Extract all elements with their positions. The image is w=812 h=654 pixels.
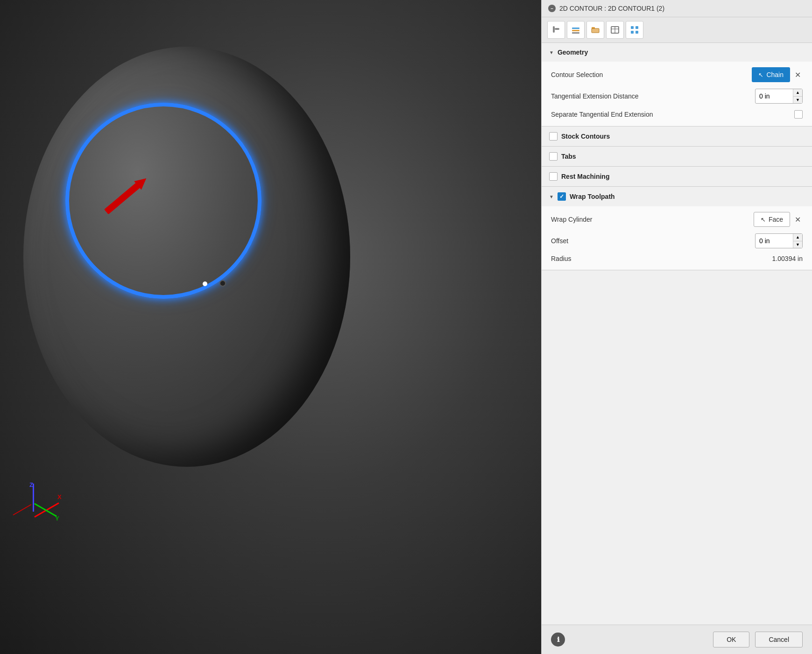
tangential-extension-input[interactable]: ▲ ▼ xyxy=(755,89,803,104)
svg-rect-12 xyxy=(635,26,638,29)
wrap-toolpath-checkbox[interactable]: ✓ xyxy=(558,192,566,201)
chain-cursor-icon: ↖ xyxy=(758,71,763,78)
panel-content: ▼ Geometry Contour Selection ↖ Chain ✕ xyxy=(542,43,812,625)
separate-tangential-label: Separate Tangential End Extension xyxy=(551,111,790,118)
contour-selection-controls: ↖ Chain ✕ xyxy=(752,67,803,82)
3d-viewport[interactable]: Z X Y xyxy=(0,0,541,654)
tangential-extension-row: Tangential Extension Distance ▲ ▼ xyxy=(551,89,803,104)
geometry-section-body: Contour Selection ↖ Chain ✕ Tangential E… xyxy=(542,62,812,126)
svg-rect-0 xyxy=(553,26,555,33)
svg-rect-11 xyxy=(631,26,634,29)
stock-contours-checkbox[interactable] xyxy=(549,132,558,141)
panel-header: – 2D CONTOUR : 2D CONTOUR1 (2) xyxy=(542,0,812,17)
contour-clear-button[interactable]: ✕ xyxy=(793,69,803,81)
offset-label: Offset xyxy=(551,237,750,245)
toolbar-btn-4[interactable] xyxy=(606,21,624,39)
offset-input[interactable]: ▲ ▼ xyxy=(755,233,803,248)
tangential-extension-label: Tangential Extension Distance xyxy=(551,92,750,100)
separate-tangential-checkbox[interactable] xyxy=(794,110,803,119)
tabs-label: Tabs xyxy=(561,153,576,160)
toolbar-btn-2[interactable] xyxy=(567,21,585,39)
panel-footer: ℹ OK Cancel xyxy=(542,625,812,654)
ok-button[interactable]: OK xyxy=(713,632,749,647)
rest-machining-label: Rest Machining xyxy=(561,173,609,180)
face-button[interactable]: ↖ Face xyxy=(754,212,790,227)
rest-machining-checkbox[interactable] xyxy=(549,172,558,181)
wrap-cylinder-label: Wrap Cylinder xyxy=(551,216,749,223)
ring-dot xyxy=(203,281,207,286)
toolbar-btn-5[interactable] xyxy=(626,21,643,39)
wrap-cylinder-row: Wrap Cylinder ↖ Face ✕ xyxy=(551,212,803,227)
geometry-triangle: ▼ xyxy=(549,50,554,55)
geometry-section: ▼ Geometry Contour Selection ↖ Chain ✕ xyxy=(542,43,812,127)
tangential-extension-spinners: ▲ ▼ xyxy=(793,89,802,103)
offset-up-btn[interactable]: ▲ xyxy=(793,234,802,241)
dark-dot xyxy=(219,280,226,287)
svg-rect-14 xyxy=(635,31,638,34)
y-axis-label: Y xyxy=(55,515,59,522)
wrap-toolpath-title: Wrap Toolpath xyxy=(570,193,615,200)
separate-tangential-row: Separate Tangential End Extension xyxy=(551,110,803,119)
offset-down-btn[interactable]: ▼ xyxy=(793,241,802,248)
toolbar-btn-3[interactable] xyxy=(586,21,604,39)
wrap-toolpath-check-icon: ✓ xyxy=(559,193,564,200)
x-neg-axis-line xyxy=(13,504,32,515)
radius-row: Radius 1.00394 in xyxy=(551,255,803,262)
face-button-label: Face xyxy=(769,216,783,223)
tabs-checkbox[interactable] xyxy=(549,152,558,161)
z-axis-label: Z xyxy=(29,481,33,488)
stock-contours-label: Stock Contours xyxy=(561,133,610,140)
radius-value: 1.00394 in xyxy=(772,255,803,262)
wrap-cylinder-clear-button[interactable]: ✕ xyxy=(793,213,803,226)
toolbar-btn-1[interactable] xyxy=(547,21,565,39)
toolbar xyxy=(542,17,812,43)
info-icon: ℹ xyxy=(557,636,559,643)
rest-machining-section[interactable]: Rest Machining xyxy=(542,167,812,187)
offset-spinners: ▲ ▼ xyxy=(793,234,802,248)
contour-selection-row: Contour Selection ↖ Chain ✕ xyxy=(551,67,803,82)
wrap-toolpath-section: ▼ ✓ Wrap Toolpath Wrap Cylinder ↖ Face ✕ xyxy=(542,187,812,270)
offset-row: Offset ▲ ▼ xyxy=(551,233,803,248)
svg-rect-3 xyxy=(572,30,579,31)
chain-button-label: Chain xyxy=(766,71,784,78)
svg-rect-2 xyxy=(572,28,579,29)
settings-panel: – 2D CONTOUR : 2D CONTOUR1 (2) xyxy=(541,0,812,654)
info-button[interactable]: ℹ xyxy=(551,633,565,647)
svg-rect-13 xyxy=(631,31,634,34)
x-axis-label: X xyxy=(57,493,62,500)
svg-rect-1 xyxy=(555,28,559,30)
selection-ring xyxy=(65,103,261,299)
axis-indicator: Z X Y xyxy=(9,481,65,537)
svg-rect-6 xyxy=(592,28,599,33)
radius-label: Radius xyxy=(551,255,768,262)
face-cursor-icon: ↖ xyxy=(761,216,766,223)
tangential-up-btn[interactable]: ▲ xyxy=(793,89,802,97)
wrap-cylinder-controls: ↖ Face ✕ xyxy=(754,212,803,227)
stock-contours-section[interactable]: Stock Contours xyxy=(542,127,812,147)
tangential-extension-field[interactable] xyxy=(756,92,793,100)
contour-selection-label: Contour Selection xyxy=(551,71,747,78)
svg-rect-4 xyxy=(572,32,579,34)
tabs-section[interactable]: Tabs xyxy=(542,147,812,167)
geometry-title: Geometry xyxy=(558,49,588,56)
cancel-button[interactable]: Cancel xyxy=(755,632,803,647)
tangential-down-btn[interactable]: ▼ xyxy=(793,97,802,104)
panel-title: 2D CONTOUR : 2D CONTOUR1 (2) xyxy=(559,5,664,12)
geometry-section-header[interactable]: ▼ Geometry xyxy=(542,43,812,62)
wrap-toolpath-section-body: Wrap Cylinder ↖ Face ✕ Offset xyxy=(542,206,812,270)
offset-field[interactable] xyxy=(756,237,793,245)
collapse-icon[interactable]: – xyxy=(548,5,556,12)
wrap-toolpath-section-header[interactable]: ▼ ✓ Wrap Toolpath xyxy=(542,187,812,206)
chain-button[interactable]: ↖ Chain xyxy=(752,67,790,82)
wrap-triangle: ▼ xyxy=(549,194,554,199)
